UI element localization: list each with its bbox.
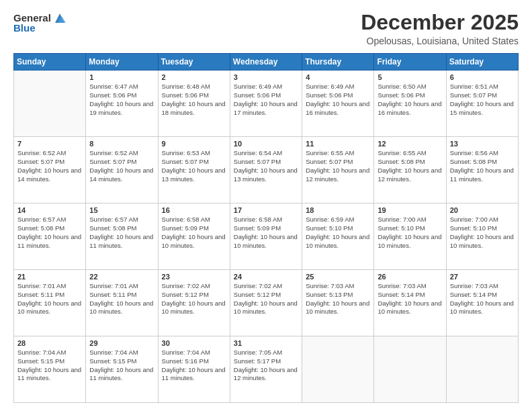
day-number: 22	[89, 273, 154, 281]
day-number: 9	[162, 140, 226, 148]
day-number: 15	[89, 206, 154, 214]
weekday-header-sunday: Sunday	[14, 54, 86, 71]
day-number: 10	[234, 140, 298, 148]
page: General Blue December 2025 Opelousas, Lo…	[0, 0, 532, 411]
day-number: 16	[162, 206, 226, 214]
day-number: 8	[89, 140, 154, 148]
calendar-week-row: 21Sunrise: 7:01 AMSunset: 5:11 PMDayligh…	[14, 270, 519, 336]
day-number: 31	[234, 339, 298, 347]
month-title: December 2025	[361, 11, 519, 34]
day-number: 4	[306, 73, 370, 81]
calendar-cell: 9Sunrise: 6:53 AMSunset: 5:07 PMDaylight…	[158, 137, 230, 203]
day-info: Sunrise: 7:03 AMSunset: 5:14 PMDaylight:…	[450, 282, 515, 316]
day-number: 21	[17, 273, 82, 281]
day-number: 18	[306, 206, 370, 214]
day-number: 20	[450, 206, 515, 214]
calendar-cell: 20Sunrise: 7:00 AMSunset: 5:10 PMDayligh…	[446, 203, 518, 270]
day-number: 17	[234, 206, 298, 214]
calendar-cell: 30Sunrise: 7:04 AMSunset: 5:16 PMDayligh…	[158, 336, 230, 403]
calendar-table: SundayMondayTuesdayWednesdayThursdayFrid…	[13, 53, 519, 403]
calendar-cell: 29Sunrise: 7:04 AMSunset: 5:15 PMDayligh…	[86, 336, 158, 403]
header: General Blue December 2025 Opelousas, Lo…	[13, 11, 519, 46]
day-info: Sunrise: 7:01 AMSunset: 5:11 PMDaylight:…	[89, 282, 154, 316]
calendar-cell: 19Sunrise: 7:00 AMSunset: 5:10 PMDayligh…	[374, 203, 446, 270]
calendar-cell: 13Sunrise: 6:56 AMSunset: 5:08 PMDayligh…	[446, 137, 518, 203]
calendar-cell	[14, 71, 86, 137]
day-info: Sunrise: 6:49 AMSunset: 5:06 PMDaylight:…	[234, 83, 298, 117]
calendar-week-row: 7Sunrise: 6:52 AMSunset: 5:07 PMDaylight…	[14, 137, 519, 203]
calendar-cell: 3Sunrise: 6:49 AMSunset: 5:06 PMDaylight…	[230, 71, 302, 137]
logo: General Blue	[13, 11, 67, 34]
calendar-cell: 21Sunrise: 7:01 AMSunset: 5:11 PMDayligh…	[14, 270, 86, 336]
day-info: Sunrise: 6:49 AMSunset: 5:06 PMDaylight:…	[306, 83, 370, 117]
day-info: Sunrise: 6:52 AMSunset: 5:07 PMDaylight:…	[89, 149, 154, 183]
calendar-cell	[446, 336, 518, 403]
calendar-cell: 31Sunrise: 7:05 AMSunset: 5:17 PMDayligh…	[230, 336, 302, 403]
day-number: 29	[89, 339, 154, 347]
weekday-header-tuesday: Tuesday	[158, 54, 230, 71]
day-number: 11	[306, 140, 370, 148]
day-info: Sunrise: 6:58 AMSunset: 5:09 PMDaylight:…	[234, 216, 298, 250]
day-info: Sunrise: 6:53 AMSunset: 5:07 PMDaylight:…	[162, 149, 226, 183]
calendar-week-row: 14Sunrise: 6:57 AMSunset: 5:08 PMDayligh…	[14, 203, 519, 270]
day-info: Sunrise: 7:00 AMSunset: 5:10 PMDaylight:…	[378, 216, 442, 250]
day-info: Sunrise: 7:04 AMSunset: 5:15 PMDaylight:…	[89, 349, 154, 383]
calendar-cell: 6Sunrise: 6:51 AMSunset: 5:07 PMDaylight…	[446, 71, 518, 137]
calendar-cell: 7Sunrise: 6:52 AMSunset: 5:07 PMDaylight…	[14, 137, 86, 203]
day-info: Sunrise: 7:02 AMSunset: 5:12 PMDaylight:…	[162, 282, 226, 316]
day-number: 28	[17, 339, 82, 347]
day-number: 24	[234, 273, 298, 281]
day-info: Sunrise: 6:57 AMSunset: 5:08 PMDaylight:…	[89, 216, 154, 250]
calendar-cell: 5Sunrise: 6:50 AMSunset: 5:06 PMDaylight…	[374, 71, 446, 137]
day-info: Sunrise: 6:56 AMSunset: 5:08 PMDaylight:…	[450, 149, 515, 183]
day-number: 27	[450, 273, 515, 281]
calendar-cell: 18Sunrise: 6:59 AMSunset: 5:10 PMDayligh…	[302, 203, 374, 270]
calendar-cell: 23Sunrise: 7:02 AMSunset: 5:12 PMDayligh…	[158, 270, 230, 336]
calendar-cell: 24Sunrise: 7:02 AMSunset: 5:12 PMDayligh…	[230, 270, 302, 336]
location: Opelousas, Louisiana, United States	[361, 36, 519, 46]
day-info: Sunrise: 7:03 AMSunset: 5:13 PMDaylight:…	[306, 282, 370, 316]
weekday-header-row: SundayMondayTuesdayWednesdayThursdayFrid…	[14, 54, 519, 71]
day-number: 13	[450, 140, 515, 148]
day-number: 2	[162, 73, 226, 81]
day-number: 25	[306, 273, 370, 281]
calendar-cell: 8Sunrise: 6:52 AMSunset: 5:07 PMDaylight…	[86, 137, 158, 203]
day-info: Sunrise: 6:54 AMSunset: 5:07 PMDaylight:…	[234, 149, 298, 183]
day-info: Sunrise: 7:04 AMSunset: 5:16 PMDaylight:…	[162, 349, 226, 383]
day-info: Sunrise: 6:57 AMSunset: 5:08 PMDaylight:…	[17, 216, 82, 250]
day-number: 6	[450, 73, 515, 81]
logo-icon	[52, 11, 67, 26]
calendar-cell: 10Sunrise: 6:54 AMSunset: 5:07 PMDayligh…	[230, 137, 302, 203]
calendar-week-row: 1Sunrise: 6:47 AMSunset: 5:06 PMDaylight…	[14, 71, 519, 137]
calendar-cell: 15Sunrise: 6:57 AMSunset: 5:08 PMDayligh…	[86, 203, 158, 270]
day-info: Sunrise: 7:03 AMSunset: 5:14 PMDaylight:…	[378, 282, 442, 316]
day-info: Sunrise: 7:00 AMSunset: 5:10 PMDaylight:…	[450, 216, 515, 250]
day-number: 12	[378, 140, 442, 148]
calendar-cell: 17Sunrise: 6:58 AMSunset: 5:09 PMDayligh…	[230, 203, 302, 270]
calendar-cell: 27Sunrise: 7:03 AMSunset: 5:14 PMDayligh…	[446, 270, 518, 336]
calendar-cell: 26Sunrise: 7:03 AMSunset: 5:14 PMDayligh…	[374, 270, 446, 336]
weekday-header-wednesday: Wednesday	[230, 54, 302, 71]
calendar-cell: 22Sunrise: 7:01 AMSunset: 5:11 PMDayligh…	[86, 270, 158, 336]
day-number: 19	[378, 206, 442, 214]
calendar-cell: 4Sunrise: 6:49 AMSunset: 5:06 PMDaylight…	[302, 71, 374, 137]
calendar-cell: 25Sunrise: 7:03 AMSunset: 5:13 PMDayligh…	[302, 270, 374, 336]
weekday-header-friday: Friday	[374, 54, 446, 71]
day-info: Sunrise: 6:50 AMSunset: 5:06 PMDaylight:…	[378, 83, 442, 117]
day-info: Sunrise: 7:01 AMSunset: 5:11 PMDaylight:…	[17, 282, 82, 316]
calendar-cell: 2Sunrise: 6:48 AMSunset: 5:06 PMDaylight…	[158, 71, 230, 137]
day-info: Sunrise: 7:04 AMSunset: 5:15 PMDaylight:…	[17, 349, 82, 383]
day-number: 3	[234, 73, 298, 81]
logo-blue-text: Blue	[13, 23, 36, 34]
day-number: 7	[17, 140, 82, 148]
calendar-cell: 12Sunrise: 6:55 AMSunset: 5:08 PMDayligh…	[374, 137, 446, 203]
day-info: Sunrise: 6:51 AMSunset: 5:07 PMDaylight:…	[450, 83, 515, 117]
day-info: Sunrise: 6:48 AMSunset: 5:06 PMDaylight:…	[162, 83, 226, 117]
calendar-cell: 11Sunrise: 6:55 AMSunset: 5:07 PMDayligh…	[302, 137, 374, 203]
day-info: Sunrise: 6:52 AMSunset: 5:07 PMDaylight:…	[17, 149, 82, 183]
day-number: 30	[162, 339, 226, 347]
day-number: 26	[378, 273, 442, 281]
calendar-week-row: 28Sunrise: 7:04 AMSunset: 5:15 PMDayligh…	[14, 336, 519, 403]
calendar-cell: 1Sunrise: 6:47 AMSunset: 5:06 PMDaylight…	[86, 71, 158, 137]
day-info: Sunrise: 7:05 AMSunset: 5:17 PMDaylight:…	[234, 349, 298, 383]
